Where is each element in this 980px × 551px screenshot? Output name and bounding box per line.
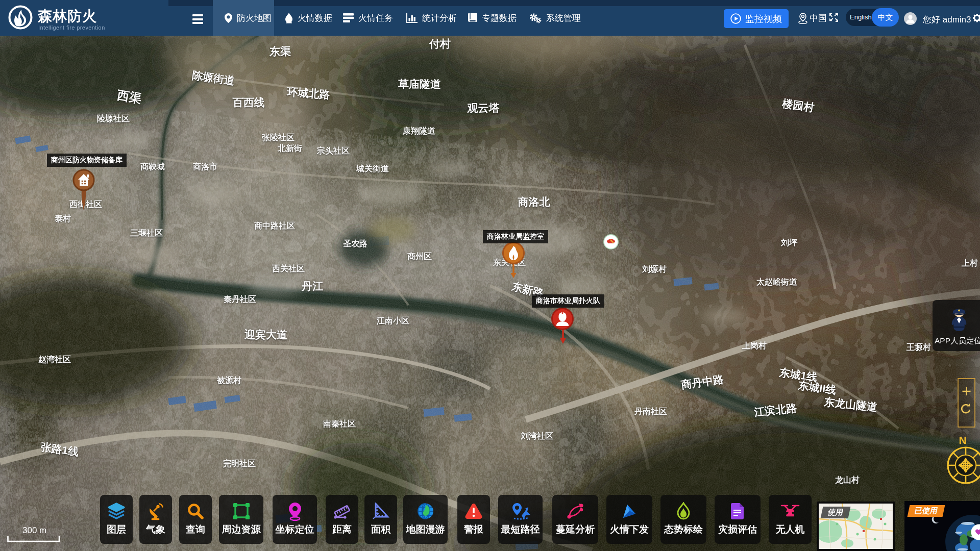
svg-text:N: N bbox=[959, 434, 966, 446]
